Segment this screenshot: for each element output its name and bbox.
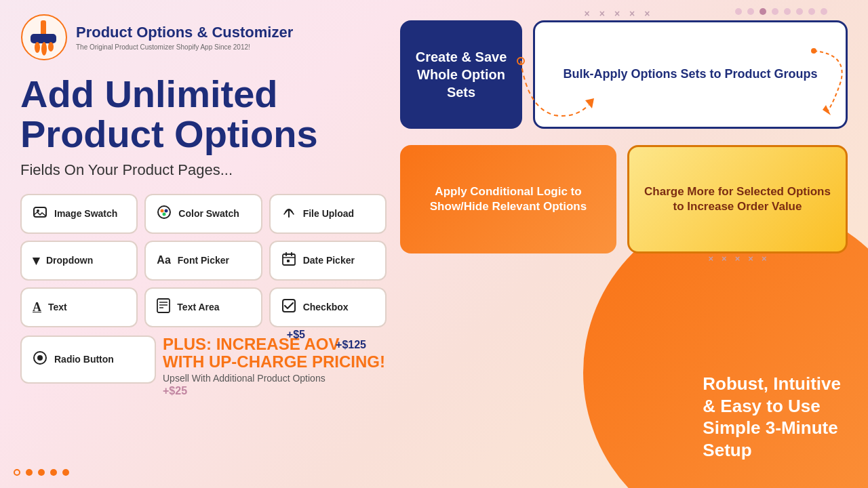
x-mark: × (748, 253, 753, 265)
radio-button-icon (33, 350, 47, 369)
card-conditional-text: Apply Conditional Logic to Show/Hide Rel… (414, 184, 603, 214)
option-btn-color-swatch[interactable]: Color Swatch (144, 194, 262, 234)
font-picker-icon: Aa (157, 254, 170, 266)
robust-text: Robust, Intuitive & Easy to Use Simple 3… (703, 373, 841, 461)
cards-bottom-row: Apply Conditional Logic to Show/Hide Rel… (400, 145, 848, 253)
svg-rect-18 (157, 299, 170, 312)
app-title: Product Options & Customizer (76, 24, 293, 41)
robust-line: Robust, Intuitive (703, 373, 841, 394)
text-icon: A (33, 300, 41, 314)
dropdown-icon: ▾ (33, 252, 39, 268)
cards-top-row: Create & Save Whole Option Sets Bulk-App… (400, 20, 848, 129)
font-picker-label: Font Picker (178, 255, 229, 266)
app-subtitle: The Original Product Customizer Shopify … (76, 43, 293, 51)
date-picker-icon (281, 251, 296, 270)
color-swatch-icon (157, 205, 172, 223)
aov-subtitle: Upsell With Additional Product Options (163, 373, 387, 384)
right-column: × × × × × Create & Save Whole Option Set… (400, 14, 848, 474)
card-create-save: Create & Save Whole Option Sets (400, 20, 522, 129)
option-btn-image-swatch[interactable]: Image Swatch (20, 194, 138, 234)
option-btn-text-area[interactable]: Text Area (144, 287, 262, 327)
x-mark: × (709, 253, 714, 265)
card-create-save-text: Create & Save Whole Option Sets (414, 48, 509, 101)
dropdown-label: Dropdown (46, 255, 93, 266)
svg-point-11 (163, 212, 166, 216)
option-btn-font-picker[interactable]: Aa Font Picker (144, 241, 262, 281)
logo-text-area: Product Options & Customizer The Origina… (76, 24, 293, 50)
date-picker-label: Date Picker (303, 255, 355, 266)
left-column: Product Options & Customizer The Origina… (20, 14, 400, 474)
option-btn-date-picker[interactable]: Date Picker (269, 241, 387, 281)
logo-svg (20, 14, 68, 61)
card-charge-more-text: Charge More for Selected Options to Incr… (643, 184, 832, 214)
robust-line2: & Easy to Use (703, 396, 820, 416)
robust-line3: Simple 3-Minute (703, 418, 837, 438)
text-area-label: Text Area (177, 302, 219, 312)
x-mark: × (644, 8, 650, 19)
x-mark: × (762, 253, 767, 265)
price-badge-125: +$125 (336, 339, 366, 351)
radio-button-label: Radio Button (54, 354, 114, 365)
robust-line4: Setup (703, 440, 751, 460)
x-marks-top: × × × × × (400, 8, 834, 19)
x-mark: × (735, 253, 741, 265)
text-label: Text (48, 302, 67, 312)
option-btn-file-upload[interactable]: File Upload (269, 194, 387, 234)
option-btn-text[interactable]: A Text (20, 287, 138, 327)
svg-point-5 (48, 42, 54, 52)
option-btn-checkbox[interactable]: Checkbox (269, 287, 387, 327)
robust-section: Robust, Intuitive & Easy to Use Simple 3… (703, 373, 841, 461)
x-mark: × (614, 8, 620, 19)
card-bulk-apply-text: Bulk-Apply Options Sets to Product Group… (563, 66, 817, 82)
color-swatch-label: Color Swatch (178, 208, 239, 219)
checkbox-label: Checkbox (303, 302, 349, 312)
option-btn-radio-button[interactable]: Radio Button (20, 336, 156, 384)
x-marks-bottom: × × × × × (629, 253, 846, 265)
svg-rect-17 (287, 260, 290, 262)
headline-line2: Product Options (20, 113, 318, 155)
text-area-icon (157, 298, 170, 317)
x-mark: × (629, 8, 635, 19)
file-upload-icon (281, 205, 296, 223)
logo-icon (20, 14, 68, 61)
svg-point-4 (41, 42, 47, 56)
x-mark: × (599, 8, 605, 19)
main-headline: Add Unlimited Product Options (20, 75, 387, 155)
aov-section: +$5 +$125 PLUS: INCREASE AOVWITH UP-CHAR… (163, 336, 387, 384)
x-mark: × (585, 8, 590, 19)
x-mark: × (722, 253, 727, 265)
image-swatch-icon (33, 205, 47, 223)
svg-point-24 (37, 355, 43, 361)
price-badge-25: +$25 (163, 385, 187, 397)
card-charge-more: Charge More for Selected Options to Incr… (627, 145, 848, 253)
svg-rect-2 (31, 34, 56, 43)
subheadline: Fields On Your Product Pages... (20, 161, 387, 179)
checkbox-icon (281, 298, 296, 317)
option-btn-dropdown[interactable]: ▾ Dropdown (20, 241, 138, 281)
price-badge-5: +$5 (287, 329, 305, 341)
svg-point-8 (158, 206, 170, 218)
headline-line1: Add Unlimited (20, 73, 278, 115)
logo-area: Product Options & Customizer The Origina… (20, 14, 387, 61)
image-swatch-label: Image Swatch (54, 208, 117, 219)
svg-point-10 (165, 209, 168, 212)
svg-point-9 (161, 209, 164, 212)
options-grid: Image Swatch Color Swatch File Upload ▾ … (20, 194, 387, 327)
radio-row: Radio Button +$5 +$125 PLUS: INCREASE AO… (20, 336, 387, 384)
file-upload-label: File Upload (303, 208, 354, 219)
main-container: Product Options & Customizer The Origina… (0, 0, 868, 488)
svg-point-3 (35, 42, 40, 53)
card-bulk-apply: Bulk-Apply Options Sets to Product Group… (533, 20, 848, 129)
card-conditional: Apply Conditional Logic to Show/Hide Rel… (400, 145, 616, 253)
